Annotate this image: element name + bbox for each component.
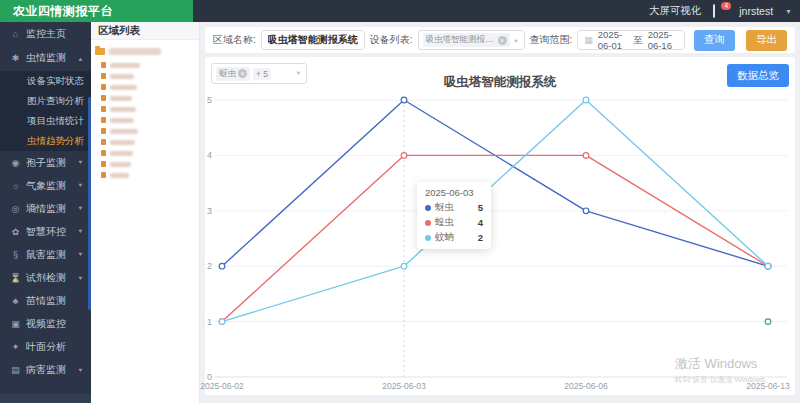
bug-icon: ✱ [10,53,21,63]
y-axis-tick: 1 [207,317,212,327]
date-end[interactable]: 2025-06-16 [648,29,678,51]
redacted-region-label [110,129,138,134]
tag-close-icon[interactable]: × [498,36,507,45]
disease-icon: ▤ [10,365,21,375]
region-tree-item[interactable] [95,93,195,103]
sidebar: ⌂监控主页✱虫情监测▲设备实时状态图片查询分析项目虫情统计虫情趋势分析◉孢子监测… [0,22,91,403]
date-separator: 至 [633,34,643,47]
data-point[interactable] [401,153,407,159]
sidebar-item[interactable]: §鼠害监测▼ [0,243,91,266]
chevron-down-icon: ▼ [77,206,84,212]
region-tree-item[interactable] [95,60,195,70]
sidebar-item-label: 视频监控 [26,317,66,331]
sidebar-collapse-bar[interactable] [0,394,91,403]
series-dot-icon [425,235,431,241]
x-axis-tick: 2025-06-03 [382,381,426,391]
chart-card: 蚜虫 × + 5 ▼ 数据总览 吸虫塔智能测报系统 0123452025-06-… [205,57,795,395]
series-unnamed [765,319,771,325]
chevron-down-icon: ▼ [513,37,520,43]
region-tree-item[interactable] [95,137,195,147]
tooltip-series-value: 2 [468,232,483,243]
data-point[interactable] [401,97,407,103]
redacted-region-label [110,63,140,68]
tooltip-series-value: 5 [468,202,483,213]
message-bubble-icon [713,4,715,18]
region-name-label: 区域名称: [213,33,256,47]
sidebar-item[interactable]: ✿智慧环控▼ [0,220,91,243]
spore-icon: ◉ [10,158,21,168]
sidebar-item[interactable]: ⌂监控主页 [0,22,91,45]
tooltip-series-name: 蚜虫 [435,201,454,214]
sidebar-item[interactable]: ✦叶面分析 [0,335,91,358]
region-tree-item[interactable] [95,82,195,92]
sidebar-item[interactable]: ◉孢子监测▼ [0,151,91,174]
weather-icon: ☼ [10,181,21,191]
sidebar-subitem[interactable]: 图片查询分析 [0,91,91,111]
region-tree-item[interactable] [95,115,195,125]
data-point[interactable] [583,97,589,103]
sidebar-item[interactable]: ◎墒情监测▼ [0,197,91,220]
monitor-home-icon: ⌂ [10,29,21,39]
data-point[interactable] [219,319,225,325]
filter-bar: 区域名称: 吸虫塔智能测报系统 设备列表: 吸虫塔智能测报系统 × ▼ 查询范围… [205,27,795,53]
region-tree-parent[interactable] [95,45,195,58]
tooltip-series-name: 蝗虫 [435,216,454,229]
chart-tooltip: 2025-06-03 蚜虫5蝗虫4蚊蚋2 [417,182,491,249]
date-start[interactable]: 2025-06-01 [598,29,628,51]
sidebar-item-label: 病害监测 [26,363,66,377]
region-list-title: 区域列表 [91,22,199,40]
sidebar-item[interactable]: ▣视频监控 [0,312,91,335]
tooltip-row: 蚊蚋2 [425,231,483,244]
data-point[interactable] [765,263,771,269]
sidebar-subitem[interactable]: 虫情趋势分析 [0,131,91,151]
big-screen-link[interactable]: 大屏可视化 [649,4,702,18]
region-tree-item[interactable] [95,159,195,169]
sidebar-subitem[interactable]: 设备实时状态 [0,71,91,91]
line-chart[interactable]: 0123452025-06-022025-06-032025-06-062025… [205,86,795,395]
sidebar-item-label: 试剂检测 [26,271,66,285]
device-node-icon [101,161,106,167]
redacted-region-label [110,85,137,90]
device-tag-text: 吸虫塔智能测报系统 [426,34,496,46]
redacted-region-label [110,118,134,123]
y-axis-tick: 4 [207,150,212,160]
export-button[interactable]: 导出 [746,30,787,51]
data-point[interactable] [583,153,589,159]
sidebar-item[interactable]: ☼气象监测▼ [0,174,91,197]
smart-env-icon: ✿ [10,227,21,237]
data-point[interactable] [765,319,771,325]
data-point[interactable] [401,263,407,269]
sidebar-subitem[interactable]: 项目虫情统计 [0,111,91,131]
sidebar-item-label: 气象监测 [26,179,66,193]
username[interactable]: jnrstest [739,5,773,17]
region-tree-item[interactable] [95,126,195,136]
device-select[interactable]: 吸虫塔智能测报系统 × ▼ [418,30,525,50]
redacted-region-label [110,74,134,79]
region-tree-item[interactable] [95,71,195,81]
region-tree-item[interactable] [95,148,195,158]
y-axis-tick: 5 [207,95,212,105]
sidebar-item[interactable]: ▤病害监测▼ [0,358,91,381]
sidebar-item[interactable]: ⌛试剂检测▼ [0,266,91,289]
rodent-icon: § [10,250,21,260]
chevron-down-icon[interactable]: ▼ [785,8,792,15]
chevron-up-icon: ▲ [77,55,84,61]
region-tree-item[interactable] [95,104,195,114]
device-node-icon [101,128,106,134]
message-icon[interactable]: 4 [713,5,727,17]
y-axis-tick: 2 [207,261,212,271]
region-name-input[interactable]: 吸虫塔智能测报系统 [261,30,365,50]
query-button[interactable]: 查询 [694,30,735,51]
device-node-icon [101,62,106,68]
sidebar-item[interactable]: ✱虫情监测▲ [0,45,91,71]
data-point[interactable] [583,208,589,214]
chevron-down-icon: ▼ [77,183,84,189]
region-tree-item[interactable] [95,170,195,180]
sidebar-item-label: 智慧环控 [26,225,66,239]
sidebar-item[interactable]: ♣苗情监测 [0,289,91,312]
data-point[interactable] [219,263,225,269]
device-node-icon [101,73,106,79]
redacted-region-label [110,173,129,178]
chevron-down-icon: ▼ [77,367,84,373]
date-range-picker[interactable]: ▦ 2025-06-01 至 2025-06-16 [577,30,685,50]
